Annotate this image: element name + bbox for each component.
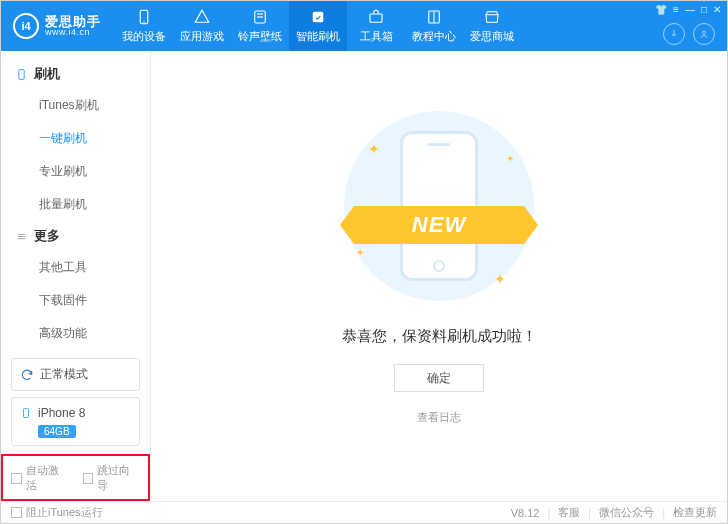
nav-ringtones[interactable]: 铃声壁纸 bbox=[231, 1, 289, 51]
nav-label: 铃声壁纸 bbox=[238, 29, 282, 44]
svg-rect-10 bbox=[19, 69, 24, 79]
nav-flash[interactable]: 智能刷机 bbox=[289, 1, 347, 51]
nav-label: 智能刷机 bbox=[296, 29, 340, 44]
footer-link-wechat[interactable]: 微信公众号 bbox=[599, 505, 654, 520]
storage-badge: 64GB bbox=[38, 425, 76, 438]
toolbox-icon bbox=[367, 8, 385, 26]
auto-activate-checkbox[interactable]: 自动激活 bbox=[11, 463, 69, 493]
svg-point-9 bbox=[703, 31, 706, 34]
sidebar: 刷机 iTunes刷机 一键刷机 专业刷机 批量刷机 更多 其他工具 下载固件 … bbox=[1, 51, 151, 501]
sidebar-item-pro-flash[interactable]: 专业刷机 bbox=[1, 155, 150, 188]
confirm-button[interactable]: 确定 bbox=[394, 364, 484, 392]
sidebar-group-more: 更多 bbox=[1, 221, 150, 251]
device-info-box[interactable]: iPhone 8 64GB bbox=[11, 397, 140, 446]
options-row: 自动激活 跳过向导 bbox=[1, 454, 150, 501]
sidebar-item-download-firmware[interactable]: 下载固件 bbox=[1, 284, 150, 317]
checkbox-label: 自动激活 bbox=[26, 463, 69, 493]
sidebar-item-batch-flash[interactable]: 批量刷机 bbox=[1, 188, 150, 221]
ribbon-text: NEW bbox=[412, 212, 466, 238]
apps-icon bbox=[193, 8, 211, 26]
success-illustration: ✦✦✦✦ NEW bbox=[344, 111, 534, 301]
checkbox-label: 阻止iTunes运行 bbox=[26, 505, 103, 520]
status-bar: 阻止iTunes运行 V8.12 | 客服 | 微信公众号 | 检查更新 bbox=[1, 501, 727, 523]
window-controls: 👕 ≡ — □ ✕ bbox=[655, 4, 721, 15]
book-icon bbox=[425, 8, 443, 26]
shop-icon bbox=[483, 8, 501, 26]
app-header: i4 爱思助手 www.i4.cn 我的设备 应用游戏 铃声壁纸 智能刷机 工具… bbox=[1, 1, 727, 51]
checkbox-icon bbox=[11, 507, 22, 518]
sidebar-group-label: 刷机 bbox=[34, 65, 60, 83]
logo-icon: i4 bbox=[13, 13, 39, 39]
version-label: V8.12 bbox=[511, 507, 540, 519]
sidebar-item-advanced[interactable]: 高级功能 bbox=[1, 317, 150, 350]
phone-icon bbox=[135, 8, 153, 26]
footer-link-support[interactable]: 客服 bbox=[558, 505, 580, 520]
svg-rect-6 bbox=[370, 14, 382, 22]
device-icon bbox=[20, 405, 32, 421]
download-button[interactable] bbox=[663, 23, 685, 45]
sidebar-item-oneclick-flash[interactable]: 一键刷机 bbox=[1, 122, 150, 155]
sidebar-item-other-tools[interactable]: 其他工具 bbox=[1, 251, 150, 284]
user-button[interactable] bbox=[693, 23, 715, 45]
block-itunes-checkbox[interactable]: 阻止iTunes运行 bbox=[11, 505, 103, 520]
nav-tutorials[interactable]: 教程中心 bbox=[405, 1, 463, 51]
nav-label: 我的设备 bbox=[122, 29, 166, 44]
device-mode-box[interactable]: 正常模式 bbox=[11, 358, 140, 391]
close-icon[interactable]: ✕ bbox=[713, 4, 721, 15]
refresh-icon bbox=[20, 368, 34, 382]
checkbox-icon bbox=[83, 473, 94, 484]
flash-icon bbox=[309, 8, 327, 26]
checkbox-label: 跳过向导 bbox=[97, 463, 140, 493]
svg-rect-5 bbox=[313, 12, 324, 23]
nav-shop[interactable]: 爱思商城 bbox=[463, 1, 521, 51]
sidebar-item-itunes-flash[interactable]: iTunes刷机 bbox=[1, 89, 150, 122]
success-message: 恭喜您，保资料刷机成功啦！ bbox=[342, 327, 537, 346]
mode-label: 正常模式 bbox=[40, 366, 88, 383]
minimize-icon[interactable]: — bbox=[685, 4, 695, 15]
nav-label: 应用游戏 bbox=[180, 29, 224, 44]
checkbox-icon bbox=[11, 473, 22, 484]
sidebar-group-flash: 刷机 bbox=[1, 59, 150, 89]
footer-link-update[interactable]: 检查更新 bbox=[673, 505, 717, 520]
view-log-link[interactable]: 查看日志 bbox=[417, 410, 461, 425]
sidebar-group-label: 更多 bbox=[34, 227, 60, 245]
main-pane: ✦✦✦✦ NEW 恭喜您，保资料刷机成功啦！ 确定 查看日志 bbox=[151, 51, 727, 501]
nav-label: 工具箱 bbox=[360, 29, 393, 44]
logo[interactable]: i4 爱思助手 www.i4.cn bbox=[1, 13, 115, 39]
nav-label: 爱思商城 bbox=[470, 29, 514, 44]
brand-url: www.i4.cn bbox=[45, 28, 101, 37]
phone-outline-icon bbox=[15, 68, 28, 81]
svg-rect-14 bbox=[24, 409, 29, 418]
menu-lines-icon bbox=[15, 230, 28, 243]
device-name: iPhone 8 bbox=[38, 406, 85, 420]
nav-toolbox[interactable]: 工具箱 bbox=[347, 1, 405, 51]
menu-icon[interactable]: ≡ bbox=[673, 4, 679, 15]
nav-label: 教程中心 bbox=[412, 29, 456, 44]
skip-guide-checkbox[interactable]: 跳过向导 bbox=[83, 463, 141, 493]
top-nav: 我的设备 应用游戏 铃声壁纸 智能刷机 工具箱 教程中心 爱思商城 bbox=[115, 1, 521, 51]
skin-icon[interactable]: 👕 bbox=[655, 4, 667, 15]
nav-apps[interactable]: 应用游戏 bbox=[173, 1, 231, 51]
maximize-icon[interactable]: □ bbox=[701, 4, 707, 15]
note-icon bbox=[251, 8, 269, 26]
nav-my-device[interactable]: 我的设备 bbox=[115, 1, 173, 51]
